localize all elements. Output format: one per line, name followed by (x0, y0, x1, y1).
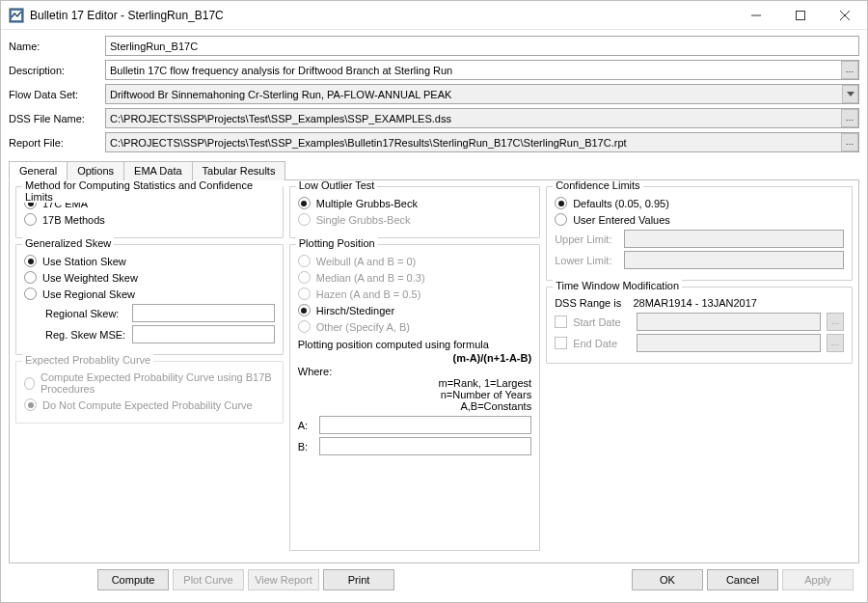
radio-label: User Entered Values (573, 214, 670, 226)
radio-label: Multiple Grubbs-Beck (316, 198, 418, 209)
legend-m: m=Rank, 1=Largest (298, 377, 531, 389)
radio-icon (24, 398, 37, 411)
flow-data-set-input[interactable] (105, 84, 859, 104)
group-plotting-title: Plotting Position (296, 237, 378, 249)
radio-use-weighted-skew[interactable]: Use Weighted Skew (24, 271, 275, 284)
tab-options[interactable]: Options (67, 161, 124, 180)
radio-label: Use Regional Skew (42, 288, 135, 300)
print-button[interactable]: Print (323, 569, 394, 590)
tab-ema-data[interactable]: EMA Data (123, 161, 193, 180)
radio-label: Hazen (A and B = 0.5) (316, 288, 421, 300)
tab-general[interactable]: General (9, 161, 68, 180)
radio-hirsch-stedinger[interactable]: Hirsch/Stedinger (298, 304, 531, 316)
upper-limit-label: Upper Limit: (555, 233, 618, 245)
radio-defaults[interactable]: Defaults (0.05, 0.95) (555, 197, 844, 209)
radio-icon (24, 255, 37, 267)
header-form: Name: Description: … Flow Data Set: DSS … (9, 36, 859, 152)
end-date-checkbox[interactable] (555, 337, 567, 349)
compute-button[interactable]: Compute (97, 569, 169, 590)
radio-icon (24, 288, 37, 300)
titlebar: Bulletin 17 Editor - SterlingRun_B17C (1, 1, 867, 30)
content: Name: Description: … Flow Data Set: DSS … (1, 30, 867, 602)
close-button[interactable] (823, 1, 867, 29)
apply-button: Apply (782, 569, 854, 590)
name-input[interactable] (105, 36, 859, 56)
radio-17b-methods[interactable]: 17B Methods (24, 213, 275, 226)
description-input[interactable] (105, 60, 859, 80)
ok-button[interactable]: OK (632, 569, 703, 590)
radio-label: Defaults (0.05, 0.95) (573, 198, 669, 209)
description-ellipsis-button[interactable]: … (841, 61, 858, 79)
flow-data-set-combo[interactable] (105, 84, 859, 104)
radio-label: Do Not Compute Expected Probability Curv… (42, 399, 253, 411)
group-generalized-skew: Generalized Skew Use Station Skew Use We… (15, 244, 284, 355)
end-date-label: End Date (573, 338, 631, 349)
plot-curve-button: Plot Curve (173, 569, 244, 590)
radio-weibull: Weibull (A and B = 0) (298, 255, 531, 267)
radio-icon (555, 213, 567, 226)
legend-n: n=Number of Years (298, 389, 531, 400)
tabstrip: General Options EMA Data Tabular Results (9, 160, 859, 180)
b-label: B: (298, 441, 313, 452)
chevron-down-icon[interactable] (842, 85, 858, 103)
radio-icon (298, 255, 311, 267)
formula: (m-A)/(n+1-A-B) (298, 352, 531, 364)
group-low-outlier-test: Low Outlier Test Multiple Grubbs-Beck Si… (289, 186, 540, 238)
radio-label: Use Station Skew (42, 256, 126, 267)
report-file-ellipsis-button[interactable]: … (841, 133, 858, 151)
lower-limit-input (624, 251, 844, 269)
radio-icon (298, 288, 311, 300)
radio-icon (24, 271, 37, 284)
radio-single-grubbs-beck: Single Grubbs-Beck (298, 213, 531, 226)
description-field: … (105, 60, 859, 80)
radio-label: Other (Specify A, B) (316, 321, 410, 333)
radio-multiple-grubbs-beck[interactable]: Multiple Grubbs-Beck (298, 197, 531, 209)
radio-use-regional-skew[interactable]: Use Regional Skew (24, 288, 275, 300)
b-input[interactable] (319, 437, 531, 455)
reg-skew-mse-input[interactable] (132, 325, 275, 343)
app-icon (9, 8, 24, 23)
minimize-button[interactable] (734, 1, 778, 29)
radio-user-entered[interactable]: User Entered Values (555, 213, 844, 226)
radio-icon (298, 213, 311, 226)
report-file-field: … (105, 132, 859, 152)
svg-rect-3 (797, 11, 805, 19)
footer: Compute Plot Curve View Report Print OK … (9, 563, 859, 598)
dss-file-ellipsis-button[interactable]: … (841, 109, 858, 127)
start-date-input (637, 313, 821, 331)
start-date-label: Start Date (573, 316, 631, 328)
report-file-input[interactable] (105, 132, 859, 152)
lower-limit-label: Lower Limit: (555, 255, 618, 266)
end-date-picker-button: … (827, 334, 844, 352)
flow-data-set-label: Flow Data Set: (9, 89, 97, 100)
radio-label: Compute Expected Probability Curve using… (41, 371, 275, 395)
name-label: Name: (9, 41, 97, 52)
radio-other-ab: Other (Specify A, B) (298, 320, 531, 333)
group-expected-probability: Expected Probablity Curve Compute Expect… (15, 361, 284, 424)
radio-compute-expected: Compute Expected Probability Curve using… (24, 371, 275, 395)
maximize-button[interactable] (778, 1, 823, 29)
cancel-button[interactable]: Cancel (707, 569, 778, 590)
radio-label: Use Weighted Skew (42, 272, 138, 284)
group-skew-title: Generalized Skew (22, 237, 114, 249)
tab-tabular-results[interactable]: Tabular Results (192, 161, 286, 180)
dss-file-input[interactable] (105, 108, 859, 128)
start-date-checkbox[interactable] (555, 315, 567, 328)
radio-icon (298, 271, 311, 284)
group-time-window-title: Time Window Modification (553, 280, 682, 291)
regional-skew-input[interactable] (132, 304, 275, 322)
formula-intro: Plotting position computed using formula (298, 339, 531, 350)
radio-label: Single Grubbs-Beck (316, 214, 411, 226)
radio-use-station-skew[interactable]: Use Station Skew (24, 255, 275, 267)
regional-skew-label: Regional Skew: (45, 308, 126, 319)
upper-limit-input (624, 230, 844, 248)
report-file-label: Report File: (9, 137, 97, 149)
radio-median: Median (A and B = 0.3) (298, 271, 531, 284)
group-confidence-title: Confidence Limits (553, 180, 642, 191)
end-date-input (637, 334, 821, 352)
dss-file-field: … (105, 108, 859, 128)
a-input[interactable] (319, 416, 531, 434)
start-date-picker-button: … (827, 313, 844, 331)
group-plotting-position: Plotting Position Weibull (A and B = 0) … (289, 244, 540, 551)
dss-range-value: 28MAR1914 - 13JAN2017 (633, 297, 756, 309)
